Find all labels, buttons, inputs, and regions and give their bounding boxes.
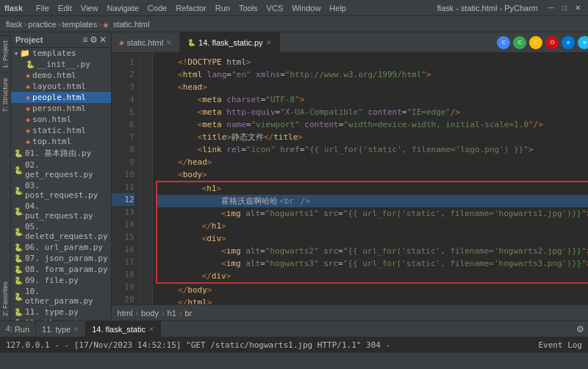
menu-file[interactable]: File (32, 2, 54, 14)
list-item[interactable]: ◈ son.html (11, 114, 111, 125)
minimize-button[interactable]: ─ (545, 2, 557, 14)
tab-close-icon[interactable]: ✕ (148, 326, 154, 333)
menu-view[interactable]: View (76, 2, 103, 14)
list-item[interactable]: 🐍 01. 基本路由.py (11, 147, 111, 160)
html-file-icon: ◈ (26, 104, 30, 112)
list-item[interactable]: ◈ demo.html (11, 70, 111, 81)
collapse-all-button[interactable]: ≡ (83, 35, 88, 45)
close-button[interactable]: ✕ (572, 2, 584, 14)
list-item[interactable]: ◈ person.html (11, 103, 111, 114)
path-html[interactable]: html (118, 309, 133, 318)
file-label: __init__.py (37, 60, 90, 69)
code-line: </div> (156, 270, 588, 284)
list-item[interactable]: 🐍 03. post_request.py (11, 180, 111, 201)
chrome-icon[interactable]: C (497, 36, 510, 49)
menu-vcs[interactable]: VCS (262, 2, 288, 14)
html-file-icon: ◈ (26, 93, 30, 101)
app-logo: flask (4, 4, 23, 12)
menu-refactor[interactable]: Refactor (171, 2, 211, 14)
file-label: 08. form_param.py (25, 265, 108, 274)
run-panel-tabs: 4: Run 11. type ✕ 14. flask_static ✕ ⚙ (0, 320, 588, 337)
file-label: 11. type.py (25, 307, 79, 317)
maximize-button[interactable]: □ (559, 2, 570, 14)
project-sidebar-header: Project ≡ ⚙ ✕ (11, 32, 111, 48)
list-item[interactable]: 🐍 08. form_param.py (11, 264, 111, 275)
settings-icon[interactable]: ⚙ (90, 35, 98, 45)
list-item[interactable]: 🐍 11. type.py (11, 307, 111, 318)
list-item[interactable]: 🐍 07. json_param.py (11, 253, 111, 264)
menu-tools[interactable]: Tools (234, 2, 262, 14)
list-item[interactable]: ◈ static.html (11, 125, 111, 136)
menu-window[interactable]: Window (287, 2, 325, 14)
list-item[interactable]: ◈ layout.html (11, 81, 111, 92)
code-line: <img alt="hogwarts3" src="{{ url_for('st… (156, 257, 588, 270)
tab-close-icon[interactable]: ✕ (74, 326, 79, 333)
menubar: flask File Edit View Navigate Code Refac… (0, 0, 588, 16)
breadcrumb-file[interactable]: ◈ static.html (103, 20, 150, 29)
file-label: 05. deletd_request.py (25, 222, 108, 241)
menu-edit[interactable]: Edit (54, 2, 76, 14)
file-label: demo.html (32, 71, 76, 80)
list-item[interactable]: ◈ people.html (11, 92, 111, 103)
path-br[interactable]: br (185, 309, 193, 318)
py-file-icon: 🐍 (14, 207, 23, 215)
run-tab-type[interactable]: 11. type ✕ (36, 321, 86, 337)
breadcrumb-templates[interactable]: templates (62, 20, 98, 29)
code-editor[interactable]: 12345 678910 1112131415 1617181920 21 <!… (112, 53, 588, 304)
code-line: <meta http-equiv="X-UA-Compatible" conte… (153, 106, 588, 118)
code-line: <body> (153, 168, 588, 181)
structure-tab[interactable]: 7: Structure (0, 73, 10, 117)
breadcrumb-flask[interactable]: flask (6, 20, 23, 29)
list-item[interactable]: 🐍 02. get_request.py (11, 160, 111, 180)
path-h1[interactable]: h1 (168, 309, 176, 318)
tab-close-icon[interactable]: ✕ (266, 39, 272, 46)
breadcrumb-sep1: › (24, 20, 27, 29)
list-item[interactable]: 🐍 12. blueprint.py (11, 318, 111, 320)
favorites-tab[interactable]: 2: Favorites (0, 277, 10, 320)
chrome2-icon[interactable]: C (513, 36, 526, 49)
chrome3-icon[interactable]: C (529, 36, 542, 49)
file-label: 01. 基本路由.py (25, 148, 91, 159)
list-item[interactable]: 🐍 04. put_request.py (11, 201, 111, 221)
menu-run[interactable]: Run (211, 2, 234, 14)
py-file-icon: 🐍 (14, 228, 23, 236)
code-content[interactable]: <!DOCTYPE html> <html lang="en" xmlns="h… (153, 53, 588, 304)
breadcrumb-practice[interactable]: practice (28, 20, 57, 29)
ie-icon[interactable]: e (578, 36, 588, 49)
menu-navigate[interactable]: Navigate (102, 2, 143, 14)
tab-label: static.html (127, 38, 164, 47)
list-item[interactable]: 🐍 06. url_param.py (11, 242, 111, 253)
py-file-icon: 🐍 (14, 308, 23, 316)
project-tab[interactable]: 1: Project (0, 35, 10, 73)
menu-code[interactable]: Code (143, 2, 171, 14)
run-tab-label: 11. type (42, 325, 71, 334)
opera-icon[interactable]: O (545, 36, 559, 49)
tab-close-icon[interactable]: ✕ (166, 39, 172, 46)
run-tab-label: 14. flask_static (92, 325, 146, 334)
tab-static-html[interactable]: ◈ static.html ✕ (112, 32, 181, 53)
edge-icon[interactable]: e (562, 36, 575, 49)
path-sep: › (179, 309, 182, 318)
code-line: <meta charset="UTF-8"> (153, 93, 588, 106)
settings-run-icon[interactable]: ⚙ (572, 321, 588, 337)
tab-flask-static[interactable]: 🐍 14. flask_static.py ✕ (180, 32, 279, 53)
event-log-link[interactable]: Event Log (538, 340, 582, 350)
run-tab-flask-static[interactable]: 14. flask_static ✕ (86, 321, 161, 337)
templates-folder[interactable]: ▾ 📁 templates (11, 48, 111, 59)
code-line: <title>静态文件</title> (153, 131, 588, 143)
path-body[interactable]: body (141, 309, 159, 318)
list-item[interactable]: 🐍 __init__.py (11, 59, 111, 70)
list-item[interactable]: 🐍 09. file.py (11, 275, 111, 286)
run-tab-run[interactable]: 4: Run (0, 321, 36, 337)
breadcrumb-sep2: › (58, 20, 61, 29)
file-label: static.html (32, 126, 86, 135)
code-line: <head> (153, 81, 588, 93)
code-line: <meta name="viewport" content="width=dev… (153, 118, 588, 131)
gutter-icons (140, 53, 153, 304)
menu-help[interactable]: Help (325, 2, 351, 14)
list-item[interactable]: ◈ top.html (11, 136, 111, 147)
hide-panel-button[interactable]: ✕ (99, 35, 107, 45)
list-item[interactable]: 🐍 10. other_param.py (11, 286, 111, 307)
run-output-text: 127.0.0.1 - - [17/Nov/2023 14:52:15] "GE… (6, 340, 390, 350)
list-item[interactable]: 🐍 05. deletd_request.py (11, 221, 111, 242)
